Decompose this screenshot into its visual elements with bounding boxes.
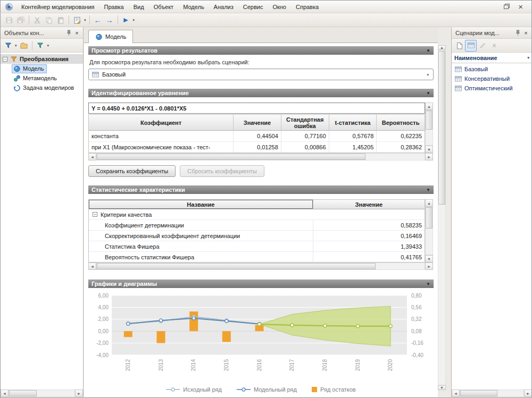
- scroll-left-icon[interactable]: ◄: [88, 153, 96, 160]
- scrollbar-thumb[interactable]: [426, 111, 433, 130]
- column-header[interactable]: t-статистика: [329, 115, 377, 131]
- scenarios-hscrollbar[interactable]: ◄ ►: [452, 389, 532, 397]
- copy-button[interactable]: [43, 14, 55, 26]
- scroll-right-icon[interactable]: ►: [425, 153, 433, 160]
- menu-window[interactable]: Окно: [268, 2, 291, 12]
- paste-button[interactable]: [55, 14, 66, 26]
- menu-edit[interactable]: Правка: [99, 2, 129, 12]
- collapse-icon[interactable]: ▼: [426, 91, 430, 96]
- collapse-icon[interactable]: ▼: [426, 48, 430, 53]
- statistics-hscrollbar[interactable]: ◄ ►: [88, 262, 433, 270]
- table-row[interactable]: при X1 (Макроэкономические показа - тест…: [89, 142, 425, 153]
- save-all-button[interactable]: [15, 14, 27, 26]
- forward-button[interactable]: →: [104, 14, 115, 26]
- column-header[interactable]: Стандартная ошибка: [281, 115, 329, 131]
- list-item-base[interactable]: Базовый: [452, 64, 532, 74]
- scenario-combobox[interactable]: Базовый ▾: [88, 69, 434, 80]
- scroll-down-icon[interactable]: ▼: [438, 385, 446, 390]
- panel-close-button[interactable]: ×: [73, 29, 81, 37]
- run-dropdown-icon[interactable]: ▾: [132, 18, 136, 22]
- tree-item-modeling-task[interactable]: Задача моделиров: [1, 83, 83, 92]
- objects-panel-hscrollbar[interactable]: ◄ ►: [1, 389, 83, 397]
- scroll-up-icon[interactable]: ▲: [425, 103, 433, 110]
- scroll-left-icon[interactable]: ◄: [1, 389, 9, 397]
- menu-analysis[interactable]: Анализ: [209, 2, 238, 12]
- tab-model[interactable]: Модель: [88, 30, 133, 43]
- panel-close-button[interactable]: ×: [522, 29, 530, 37]
- scrollbar-thumb[interactable]: [438, 51, 445, 205]
- section-charts-header[interactable]: Графики и диаграммы ▼: [88, 280, 434, 288]
- scroll-up-icon[interactable]: ▲: [425, 199, 433, 207]
- list-item-optimistic[interactable]: Оптимистический: [452, 83, 532, 93]
- column-header[interactable]: Название: [89, 200, 313, 209]
- restore-button[interactable]: [504, 4, 510, 10]
- column-header[interactable]: Значение: [313, 200, 425, 209]
- filter-button[interactable]: [2, 40, 14, 52]
- table-row[interactable]: Коэффициент детерминации 0,58235: [89, 220, 425, 231]
- table-row[interactable]: константа 0,44504 0,77160 0,57678 0,6223…: [89, 131, 425, 142]
- table-row[interactable]: Скорректированный коэффициент детерминац…: [89, 231, 425, 241]
- column-header[interactable]: Значение: [234, 115, 281, 131]
- scroll-right-icon[interactable]: ►: [425, 262, 433, 270]
- menu-service[interactable]: Сервис: [238, 2, 268, 12]
- scroll-right-icon[interactable]: ►: [524, 389, 532, 397]
- section-equation-header[interactable]: Идентифицированное уравнение ▼: [88, 89, 434, 97]
- scroll-right-icon[interactable]: ►: [75, 389, 83, 397]
- collapse-icon[interactable]: ▼: [426, 282, 430, 286]
- cut-button[interactable]: [31, 14, 43, 26]
- tree-item-model[interactable]: Модель: [1, 64, 83, 73]
- view-filter-button[interactable]: [35, 40, 46, 52]
- view-filter-dropdown-icon[interactable]: ▾: [46, 44, 51, 47]
- column-dropdown-icon[interactable]: ▾: [526, 56, 530, 60]
- close-button[interactable]: ×: [518, 4, 523, 10]
- collapse-icon[interactable]: ▼: [426, 188, 430, 192]
- delete-scenario-button[interactable]: ×: [488, 40, 500, 52]
- expander-icon[interactable]: −: [3, 57, 7, 62]
- filter-dropdown-icon[interactable]: ▾: [14, 44, 18, 47]
- statistics-vscrollbar[interactable]: ▲ ▼: [425, 199, 433, 262]
- save-coefficients-button[interactable]: Сохранить коэффициенты: [88, 165, 176, 177]
- coefficients-hscrollbar[interactable]: ◄ ►: [88, 153, 433, 160]
- main-vscrollbar[interactable]: ▲ ▼: [438, 45, 446, 390]
- column-header[interactable]: Коэффициент: [89, 115, 234, 131]
- scroll-down-icon[interactable]: ▼: [425, 255, 433, 262]
- folder-button[interactable]: [18, 40, 30, 52]
- tree-item-transformations[interactable]: − Преобразования: [1, 54, 83, 64]
- menu-view[interactable]: Вид: [129, 2, 149, 12]
- column-header[interactable]: Вероятность: [377, 115, 425, 131]
- edit-scenario-button[interactable]: [477, 40, 488, 52]
- scroll-down-icon[interactable]: ▼: [425, 146, 433, 153]
- pin-button[interactable]: [514, 29, 522, 37]
- expander-icon[interactable]: −: [93, 212, 97, 217]
- run-button[interactable]: ▶: [120, 14, 132, 26]
- scrollbar-thumb[interactable]: [97, 263, 376, 269]
- scrollbar-thumb[interactable]: [460, 390, 497, 396]
- group-row-quality-criteria[interactable]: − Критерии качества: [89, 209, 425, 220]
- section-results-header[interactable]: Просмотр результатов ▼: [88, 46, 434, 55]
- scroll-up-icon[interactable]: ▲: [438, 45, 446, 50]
- combo-dropdown-icon[interactable]: ▾: [426, 73, 430, 77]
- table-row[interactable]: Статистика Фишера 1,39433: [89, 241, 425, 252]
- new-scenario-button[interactable]: [453, 40, 465, 52]
- section-statistics-header[interactable]: Статистические характеристики ▼: [88, 185, 434, 194]
- reset-coefficients-button[interactable]: Сбросить коэффициенты: [180, 165, 264, 177]
- menu-help[interactable]: Справка: [291, 2, 323, 12]
- scrollbar-thumb[interactable]: [426, 207, 433, 228]
- coefficients-vscrollbar[interactable]: ▲ ▼: [425, 103, 433, 153]
- list-item-conservative[interactable]: Консервативный: [452, 74, 532, 83]
- notes-button[interactable]: [71, 14, 83, 26]
- tree-item-metamodel[interactable]: Метамодель: [1, 73, 83, 83]
- menu-container[interactable]: Контейнер моделирования: [16, 2, 99, 12]
- back-button[interactable]: ←: [92, 14, 104, 26]
- scrollbar-thumb[interactable]: [9, 390, 37, 396]
- scroll-left-icon[interactable]: ◄: [88, 262, 96, 270]
- scenarios-column-header[interactable]: Наименование ▾: [452, 53, 532, 63]
- notes-dropdown-icon[interactable]: ▾: [83, 18, 87, 22]
- pin-button[interactable]: [65, 29, 73, 37]
- scrollbar-thumb[interactable]: [97, 154, 365, 160]
- menu-model[interactable]: Модель: [178, 2, 209, 12]
- scroll-left-icon[interactable]: ◄: [452, 389, 460, 397]
- grid-view-button[interactable]: [465, 40, 477, 52]
- save-button[interactable]: [3, 14, 15, 26]
- menu-object[interactable]: Объект: [149, 2, 178, 12]
